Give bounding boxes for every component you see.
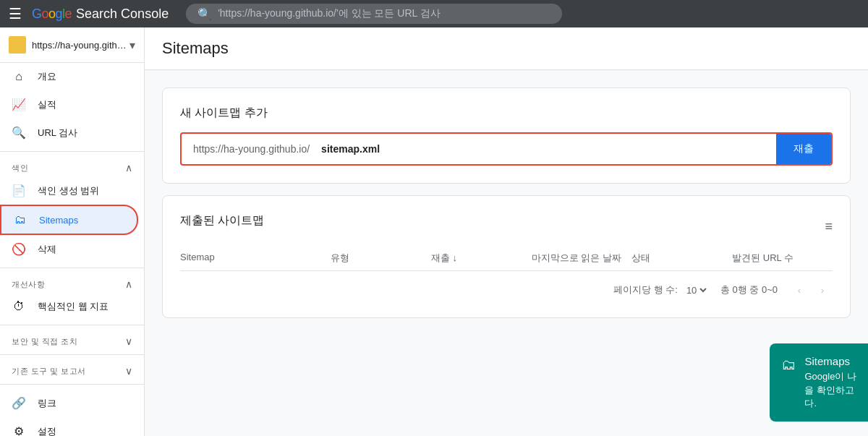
app-header: ☰ Google Search Console 🔍 'https://ha-yo… [0, 0, 868, 27]
app-logo: Google Search Console [32, 7, 169, 22]
core-web-vitals-icon: ⏱ [12, 300, 26, 313]
col-submitted[interactable]: 재출 ↓ [431, 252, 532, 265]
floating-card-title: Sitemaps [804, 355, 856, 367]
property-name: https://ha-young.github.io/ [32, 40, 129, 51]
coverage-icon: 📄 [12, 184, 26, 197]
sidebar-item-removal[interactable]: 🚫 삭제 [0, 235, 138, 263]
app-layout: https://ha-young.github.io/ ▾ ⌂ 개요 📈 실적 … [0, 27, 868, 436]
sidebar-item-label: 핵심적인 웹 지표 [38, 300, 109, 313]
pagination-prev-button[interactable]: ‹ [789, 280, 809, 300]
search-console-logo-text: Search Console [76, 7, 169, 22]
removal-icon: 🚫 [12, 242, 26, 256]
section-legacy-label: 기존 도구 및 보고서 ∨ [0, 359, 144, 380]
floating-card-text: Google이 나을 확인하고다. [804, 370, 856, 410]
add-sitemap-card-title: 새 사이트맵 추가 [180, 106, 833, 121]
nav-divider-1 [0, 151, 144, 152]
section-improvements-text: 개선사항 [12, 279, 45, 290]
sidebar-item-settings[interactable]: ⚙ 설정 [0, 417, 138, 436]
sidebar-item-performance[interactable]: 📈 실적 [0, 90, 138, 119]
section-index-label: 색인 ∧ [0, 156, 144, 176]
sidebar-item-label: 개요 [38, 70, 56, 83]
nav-divider-2 [0, 268, 144, 268]
sidebar-item-label: 삭제 [38, 243, 56, 256]
sidebar-item-url-inspection[interactable]: 🔍 URL 검사 [0, 119, 138, 147]
table-footer: 페이지당 행 수: 10 25 50 총 0행 중 0~0 ‹ › [180, 271, 833, 300]
pagination-total: 총 0행 중 0~0 [720, 283, 778, 296]
search-icon: 🔍 [197, 7, 212, 21]
pagination-next-button[interactable]: › [812, 280, 833, 300]
floating-help-card[interactable]: 🗂 Sitemaps Google이 나을 확인하고다. [770, 343, 868, 422]
hamburger-menu-icon[interactable]: ☰ [6, 2, 25, 25]
submitted-sitemaps-card: 제출된 사이트맵 ≡ Sitemap 유형 재출 ↓ 마지막으로 읽은 날 [162, 195, 851, 318]
col-sitemap: Sitemap [180, 252, 331, 265]
add-sitemap-card: 새 사이트맵 추가 https://ha-young.github.io/ 재출 [162, 87, 851, 184]
sidebar-item-links[interactable]: 🔗 링크 [0, 389, 138, 417]
nav-divider-4 [0, 354, 144, 355]
rows-per-page-label: 페이지당 행 수: [613, 283, 678, 296]
filter-icon[interactable]: ≡ [825, 219, 833, 234]
submitted-sitemaps-title: 제출된 사이트맵 [180, 213, 264, 228]
sitemap-url-prefix: https://ha-young.github.io/ [182, 134, 321, 163]
sidebar-item-overview[interactable]: ⌂ 개요 [0, 63, 138, 90]
property-selector[interactable]: https://ha-young.github.io/ ▾ [0, 27, 144, 63]
rows-per-page-select[interactable]: 10 25 50 [684, 284, 709, 296]
col-last-read: 마지막으로 읽은 날짜 [532, 252, 632, 265]
table-header: Sitemap 유형 재출 ↓ 마지막으로 읽은 날짜 상태 [180, 252, 833, 271]
section-legacy-text: 기존 도구 및 보고서 [12, 366, 86, 377]
sidebar: https://ha-young.github.io/ ▾ ⌂ 개요 📈 실적 … [0, 27, 145, 436]
search-placeholder-text: 'https://ha-young.github.io/'에 있는 모든 URL… [218, 7, 441, 20]
sidebar-item-label: 색인 생성 범위 [38, 184, 99, 197]
sitemap-path-input[interactable] [321, 134, 776, 163]
section-improvements-chevron[interactable]: ∧ [125, 278, 133, 290]
sitemap-input-container: https://ha-young.github.io/ 재출 [180, 132, 833, 166]
sidebar-item-sitemaps[interactable]: 🗂 Sitemaps [0, 205, 138, 235]
content-area: 새 사이트맵 추가 https://ha-young.github.io/ 재출… [145, 70, 868, 347]
nav-divider-3 [0, 325, 144, 325]
sidebar-item-core-web-vitals[interactable]: ⏱ 핵심적인 웹 지표 [0, 293, 138, 320]
floating-card-icon: 🗂 [781, 356, 796, 373]
section-security-chevron[interactable]: ∨ [125, 335, 133, 347]
sitemaps-icon: 🗂 [13, 213, 27, 226]
section-security-text: 보안 및 직접 조치 [12, 336, 77, 347]
url-inspection-icon: 🔍 [12, 126, 26, 140]
sitemap-submit-button[interactable]: 재출 [776, 134, 831, 164]
pagination-nav: ‹ › [789, 280, 833, 300]
sidebar-item-label: 실적 [38, 98, 56, 111]
page-header: Sitemaps [145, 27, 868, 70]
floating-card-content: Sitemaps Google이 나을 확인하고다. [804, 355, 856, 410]
col-discovered-urls: 발견된 URL 수 [732, 252, 833, 265]
overview-icon: ⌂ [12, 70, 26, 83]
sidebar-item-label: 설정 [38, 425, 56, 437]
section-security-label: 보안 및 직접 조치 ∨ [0, 330, 144, 350]
property-chevron-icon: ▾ [129, 38, 135, 52]
submitted-sitemaps-header: 제출된 사이트맵 ≡ [180, 213, 833, 240]
sidebar-item-label: URL 검사 [38, 127, 77, 140]
page-title: Sitemaps [162, 39, 851, 58]
settings-icon: ⚙ [12, 424, 26, 436]
section-legacy-chevron[interactable]: ∨ [125, 365, 133, 377]
sidebar-item-label: Sitemaps [39, 215, 78, 226]
col-type: 유형 [331, 252, 431, 265]
links-icon: 🔗 [12, 396, 26, 410]
main-content: Sitemaps 새 사이트맵 추가 https://ha-young.gith… [145, 27, 868, 436]
global-search-bar[interactable]: 🔍 'https://ha-young.github.io/'에 있는 모든 U… [186, 4, 562, 24]
nav-divider-5 [0, 384, 144, 385]
rows-per-page-control: 페이지당 행 수: 10 25 50 [613, 283, 709, 296]
section-improvements-label: 개선사항 ∧ [0, 273, 144, 293]
property-icon [9, 36, 26, 54]
sidebar-item-coverage[interactable]: 📄 색인 생성 범위 [0, 176, 138, 205]
section-index-chevron[interactable]: ∧ [125, 162, 133, 174]
section-index-text: 색인 [12, 163, 28, 174]
google-logo-text: Google [32, 7, 72, 22]
col-status: 상태 [631, 252, 732, 265]
performance-icon: 📈 [12, 98, 26, 111]
svg-point-0 [12, 39, 23, 51]
sidebar-item-label: 링크 [38, 397, 56, 410]
